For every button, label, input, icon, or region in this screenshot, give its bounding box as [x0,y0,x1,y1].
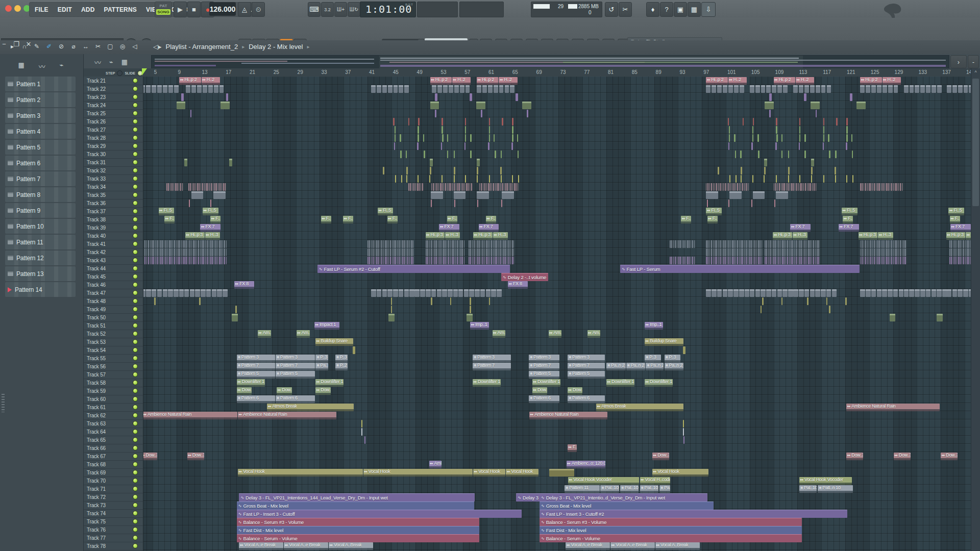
striped-clip[interactable] [426,248,464,256]
audio-clip[interactable]: ▸▸H..2 [796,77,814,85]
track-mute-led[interactable] [133,356,138,361]
automation-clip[interactable]: ∿Fast LP - Insert 3 - Cutoff #2 [540,510,847,518]
mini-audio-clip[interactable] [755,289,761,297]
tick-clip[interactable] [527,110,528,117]
mini-audio-clip[interactable] [203,85,207,93]
scrollbar-thumb[interactable] [972,79,979,206]
tick-clip[interactable] [836,118,838,126]
track-mute-led[interactable] [133,176,138,181]
tick-clip[interactable] [424,151,425,158]
audio-clip[interactable]: ▸▸Hi..p 2 [860,77,881,85]
mini-audio-clip[interactable] [191,191,204,199]
mini-audio-clip[interactable] [464,289,469,297]
tick-clip[interactable] [816,110,817,117]
tick-clip[interactable] [450,297,452,305]
mini-audio-clip[interactable] [371,289,376,297]
audio-clip[interactable]: ▸▸FX 8 [234,281,254,289]
tick-clip[interactable] [764,175,765,183]
track-mute-led[interactable] [133,209,138,214]
mini-audio-clip[interactable] [168,289,173,297]
mini-audio-clip[interactable] [448,289,453,297]
mini-audio-clip[interactable] [174,85,179,93]
audio-clip[interactable]: ▸▸Dow..3 [652,453,669,460]
mini-audio-clip[interactable] [179,289,184,297]
track-row-47[interactable]: Track 47 [83,289,143,297]
delete-icon[interactable]: ⊘ [56,43,66,50]
track-row-42[interactable]: Track 42 [83,248,143,257]
track-row-62[interactable]: Track 62 [83,411,143,420]
pattern-clip[interactable]: ≣Pattern 3 [276,355,315,362]
mini-audio-clip[interactable] [168,85,173,93]
mini-audio-clip[interactable] [804,289,810,297]
tick-clip[interactable] [804,93,806,101]
timeline-ruler[interactable]: 5913172125293337414549535761656973778185… [83,68,971,77]
tick-clip[interactable] [728,199,729,207]
tick-clip[interactable] [361,420,362,428]
tick-clip[interactable] [776,134,778,142]
tick-clip[interactable] [393,118,395,126]
track-row-38[interactable]: Track 38 [83,215,143,224]
mini-audio-clip[interactable] [890,314,896,321]
track-row-21[interactable]: Track 21 [83,77,143,85]
mini-audio-clip[interactable] [502,191,514,199]
mini-audio-clip[interactable] [783,85,788,93]
track-row-24[interactable]: Track 24 [83,101,143,110]
mini-audio-clip[interactable] [871,289,876,297]
automation-clip[interactable]: ∿Balance - Serum - Volume [540,534,802,542]
tick-clip[interactable] [781,151,783,158]
mini-audio-clip[interactable] [146,289,151,297]
mini-audio-clip[interactable] [866,85,870,93]
audio-clip[interactable]: ▸▸FX 7 [839,224,859,232]
pattern-item-5[interactable]: Pattern 5 [5,140,76,155]
track-mute-led[interactable] [133,396,138,402]
mini-audio-clip[interactable] [729,191,742,199]
tick-clip[interactable] [753,118,754,126]
pattern-clip[interactable]: ≣Pa..n 2 [626,363,646,370]
tick-clip[interactable] [741,167,742,174]
audio-clip[interactable]: ▸▸Fi..5 [203,208,218,215]
tick-clip[interactable] [851,134,853,142]
mini-audio-clip[interactable] [371,85,376,93]
mini-audio-clip[interactable] [788,289,793,297]
track-mute-led[interactable] [133,135,138,140]
audio-clip[interactable]: ▸▸Am..1 [258,330,271,338]
track-mute-led[interactable] [133,111,138,116]
mini-audio-clip[interactable] [937,85,942,93]
tick-clip[interactable] [683,346,685,354]
audio-clip[interactable]: ▸▸Ambience Natural Rain [529,412,607,419]
mini-audio-clip[interactable] [832,289,837,297]
mini-audio-clip[interactable] [877,289,882,297]
mini-audio-clip[interactable] [761,85,766,93]
mini-audio-clip[interactable] [728,289,733,297]
mini-audio-clip[interactable] [430,159,433,166]
tick-clip[interactable] [829,306,830,313]
track-mute-led[interactable] [133,78,138,83]
mini-audio-clip[interactable] [223,289,228,297]
pattern-clip[interactable]: ≣Pa..n 2 [606,363,626,370]
mini-audio-clip[interactable] [920,85,925,93]
track-row-57[interactable]: Track 57 [83,370,143,379]
mini-audio-clip[interactable] [888,289,893,297]
mini-audio-clip[interactable] [186,85,190,93]
tick-clip[interactable] [850,93,852,101]
pattern-item-14[interactable]: Pattern 14 [5,282,76,297]
tick-clip[interactable] [799,175,800,183]
tick-clip[interactable] [447,134,449,142]
pattern-clip[interactable]: ≣Pattern 5 [529,371,559,379]
mini-audio-clip[interactable] [826,289,831,297]
striped-clip[interactable] [431,183,472,191]
track-mute-led[interactable] [133,511,138,516]
mini-audio-clip[interactable] [494,85,498,93]
pattern-clip[interactable]: ≣Pattern 7 [568,363,605,370]
mini-audio-clip[interactable] [776,191,788,199]
automation-clip[interactable]: ∿Fast Dist - Mix level [237,526,479,534]
audio-clip[interactable]: ▸▸Impact 1 [314,322,339,330]
tick-clip[interactable] [477,175,478,183]
metronome-button[interactable]: ◬ [238,2,251,17]
track-mute-led[interactable] [133,290,138,295]
tick-clip[interactable] [788,167,790,174]
audio-clip[interactable]: ▸▸Dow..2 [237,387,252,395]
audio-clip[interactable]: ▸▸Fi..5 [706,208,722,215]
automation-clip[interactable]: ∿Fast LP - Insert 3 - Cutoff [237,510,522,518]
audio-clip[interactable]: ▸▸Hi..p 3 [859,232,878,240]
